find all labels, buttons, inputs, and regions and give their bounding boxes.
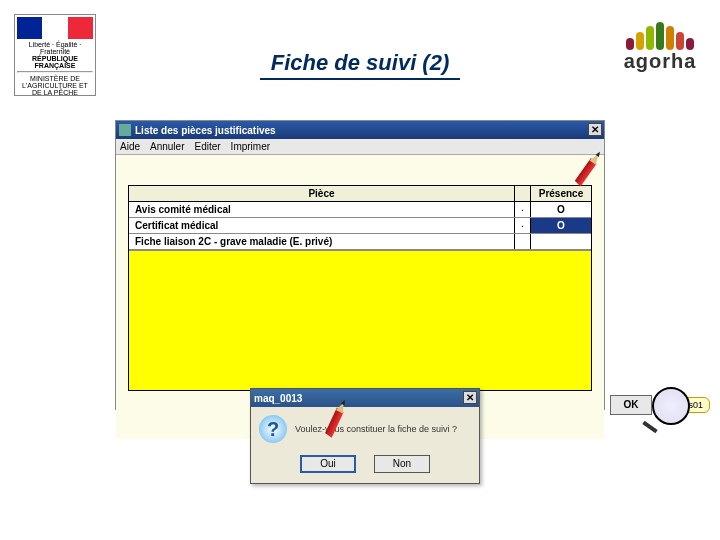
magnifier-icon [652,387,690,425]
no-button[interactable]: Non [374,455,430,473]
close-icon[interactable]: ✕ [588,123,602,136]
window-titlebar[interactable]: Liste des pièces justificatives ✕ [116,121,604,139]
cell-presence[interactable]: O [531,218,591,233]
window-icon [119,124,131,136]
dialog-body: ? Voulez-vous constituer la fiche de sui… [251,407,479,451]
col-header-dot [515,186,531,201]
cell-piece: Fiche liaison 2C - grave maladie (E. pri… [129,234,515,249]
cell-dot [515,234,531,249]
cell-dot: . [515,202,531,217]
yes-button[interactable]: Oui [300,455,356,473]
cell-presence[interactable] [531,234,591,249]
cell-presence[interactable]: O [531,202,591,217]
cell-piece: Avis comité médical [129,202,515,217]
main-window: Liste des pièces justificatives ✕ Aide A… [115,120,605,410]
menu-imprimer[interactable]: Imprimer [231,141,270,152]
dialog-title: maq_0013 [254,393,302,404]
menubar: Aide Annuler Editer Imprimer [116,139,604,155]
menu-aide[interactable]: Aide [120,141,140,152]
col-header-presence: Présence [531,186,591,201]
window-title: Liste des pièces justificatives [135,125,276,136]
dialog-titlebar[interactable]: maq_0013 ✕ [251,389,479,407]
menu-editer[interactable]: Editer [194,141,220,152]
cell-piece: Certificat médical [129,218,515,233]
table-row[interactable]: Fiche liaison 2C - grave maladie (E. pri… [129,234,591,250]
question-icon: ? [259,415,287,443]
table-empty-area [129,250,591,390]
menu-annuler[interactable]: Annuler [150,141,184,152]
table-header: Pièce Présence [129,186,591,202]
confirm-dialog: maq_0013 ✕ ? Voulez-vous constituer la f… [250,388,480,484]
pieces-table: Pièce Présence Avis comité médical . O C… [128,185,592,391]
dialog-buttons: Oui Non [251,451,479,483]
dialog-message: Voulez-vous constituer la fiche de suivi… [295,424,457,434]
ok-button[interactable]: OK [610,395,652,415]
cell-dot: . [515,218,531,233]
table-row[interactable]: Avis comité médical . O [129,202,591,218]
col-header-piece: Pièce [129,186,515,201]
close-icon[interactable]: ✕ [463,391,477,404]
page-title: Fiche de suivi (2) [0,50,720,80]
table-row[interactable]: Certificat médical . O [129,218,591,234]
